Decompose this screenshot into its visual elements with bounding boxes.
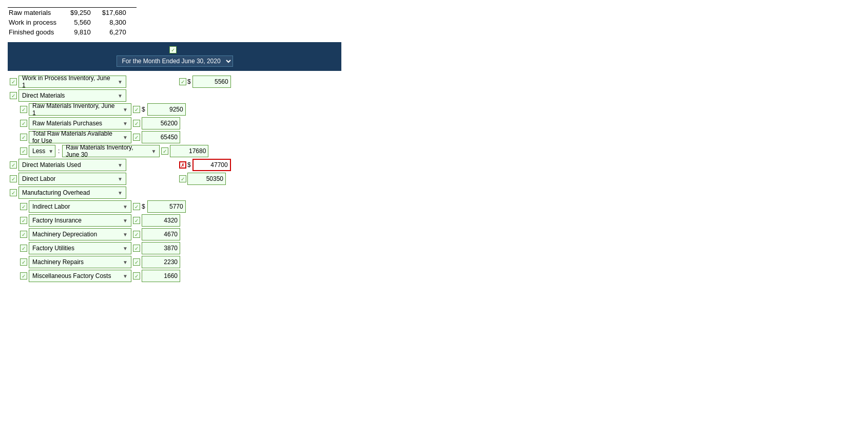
col2-value-dm-used[interactable]: 47700	[192, 159, 231, 171]
check-right1-total-rm[interactable]: ✓	[133, 134, 140, 141]
schedule-row-dm-used: ✓ Direct Materials Used ▼ ✗$47700	[8, 159, 341, 171]
col1-value-rm-purchases[interactable]: 56200	[142, 117, 180, 129]
check-right1-rm-inv-start[interactable]: ✓	[133, 106, 140, 113]
inventory-row: Raw materials $9,250 $17,680	[8, 8, 137, 18]
check-left-wip-start[interactable]: ✓	[10, 78, 17, 85]
schedule-row-mfg-overhead: ✓ Manufacturing Overhead ▼	[8, 187, 341, 199]
inventory-row: Finished goods 9,810 6,270	[8, 27, 137, 37]
check-right2-wip-start[interactable]: ✓	[179, 78, 186, 85]
schedule-row-misc-factory: ✓ Miscellaneous Factory Costs ▼ ✓1660	[8, 270, 341, 282]
col1-value-factory-insurance[interactable]: 4320	[142, 214, 180, 227]
check-right1-indirect-labor[interactable]: ✓	[133, 203, 140, 210]
inv-ending: 8,300	[101, 17, 137, 27]
check-left-mfg-overhead[interactable]: ✓	[10, 189, 17, 196]
schedule-row-factory-utilities: ✓ Factory Utilities ▼ ✓3870	[8, 242, 341, 254]
check-right1-machinery-repairs[interactable]: ✓	[133, 258, 140, 266]
check-left-total-rm[interactable]: ✓	[20, 134, 27, 141]
check-left-rm-purchases[interactable]: ✓	[20, 120, 27, 127]
schedule-row-rm-purchases: ✓ Raw Materials Purchases ▼ ✓56200	[8, 117, 341, 129]
inv-label: Finished goods	[8, 27, 69, 37]
inv-label: Raw materials	[8, 8, 69, 18]
col1-value-indirect-labor[interactable]: 5770	[147, 200, 186, 213]
check-left-dm-used[interactable]: ✓	[10, 161, 17, 169]
schedule-row-direct-labor: ✓ Direct Labor ▼ ✓50350	[8, 173, 341, 185]
check-right2-dm-used[interactable]: ✗	[179, 161, 186, 169]
label-dropdown-machinery-depreciation[interactable]: Machinery Depreciation ▼	[29, 228, 131, 240]
check-right1-factory-insurance[interactable]: ✓	[133, 217, 140, 224]
check-left-direct-materials[interactable]: ✓	[10, 92, 17, 99]
schedule-row-indirect-labor: ✓ Indirect Labor ▼ ✓$5770	[8, 200, 341, 213]
inventory-table: Raw materials $9,250 $17,680 Work in pro…	[8, 5, 137, 37]
schedule-wrapper: ✓ For the Month Ended June 30, 2020 ✓ Wo…	[8, 42, 341, 287]
check-left-factory-utilities[interactable]: ✓	[20, 245, 27, 252]
schedule-row-machinery-depreciation: ✓ Machinery Depreciation ▼ ✓4670	[8, 228, 341, 240]
inv-ending: 6,270	[101, 27, 137, 37]
col2-value-wip-start[interactable]: 5560	[192, 76, 231, 88]
label-dropdown-mfg-overhead[interactable]: Manufacturing Overhead ▼	[18, 187, 126, 199]
check-right1-machinery-depreciation[interactable]: ✓	[133, 231, 140, 238]
inv-beginning: 5,560	[69, 17, 101, 27]
period-select[interactable]: For the Month Ended June 30, 2020	[117, 55, 233, 67]
schedule-row-wip-start: ✓ Work in Process Inventory, June 1 ▼ ✓$…	[8, 76, 341, 88]
col1-value-machinery-depreciation[interactable]: 4670	[142, 228, 180, 240]
col2-value-direct-labor[interactable]: 50350	[187, 173, 226, 185]
label-dropdown-direct-labor[interactable]: Direct Labor ▼	[18, 173, 126, 185]
schedule-row-factory-insurance: ✓ Factory Insurance ▼ ✓4320	[8, 214, 341, 227]
label-dropdown-rm-inv-start[interactable]: Raw Materials Inventory, June 1 ▼	[29, 103, 131, 116]
check-right1-less-rm[interactable]: ✓	[161, 147, 168, 155]
label-dropdown-machinery-repairs[interactable]: Machinery Repairs ▼	[29, 256, 131, 268]
schedule-row-rm-inv-start: ✓ Raw Materials Inventory, June 1 ▼ ✓$92…	[8, 103, 341, 116]
schedule-row-direct-materials: ✓ Direct Materials ▼	[8, 89, 341, 102]
check-left-rm-inv-start[interactable]: ✓	[20, 106, 27, 113]
check-right1-rm-purchases[interactable]: ✓	[133, 120, 140, 127]
label-dropdown-total-rm[interactable]: Total Raw Materials Available for Use ▼	[29, 131, 131, 143]
inv-label: Work in process	[8, 17, 69, 27]
check-left-misc-factory[interactable]: ✓	[20, 272, 27, 280]
label-dropdown-wip-start[interactable]: Work in Process Inventory, June 1 ▼	[18, 76, 126, 88]
col1-value-rm-inv-start[interactable]: 9250	[147, 103, 186, 116]
col1-value-misc-factory[interactable]: 1660	[142, 270, 180, 282]
check-left-factory-insurance[interactable]: ✓	[20, 217, 27, 224]
label-dropdown-misc-factory[interactable]: Miscellaneous Factory Costs ▼	[29, 270, 131, 282]
schedule-header: ✓ For the Month Ended June 30, 2020	[8, 42, 341, 71]
inv-beginning: 9,810	[69, 27, 101, 37]
check-left-less-rm[interactable]: ✓	[20, 147, 27, 155]
title-checkbox[interactable]: ✓	[169, 46, 177, 53]
check-left-direct-labor[interactable]: ✓	[10, 175, 17, 182]
col1-value-factory-utilities[interactable]: 3870	[142, 242, 180, 254]
check-left-machinery-repairs[interactable]: ✓	[20, 258, 27, 266]
inventory-row: Work in process 5,560 8,300	[8, 17, 137, 27]
col1-value-machinery-repairs[interactable]: 2230	[142, 256, 180, 268]
dollar2-dm-used: $	[187, 161, 191, 169]
check-right2-direct-labor[interactable]: ✓	[179, 175, 186, 182]
col1-value-less-rm[interactable]: 17680	[170, 145, 208, 157]
label-dropdown-dm-used[interactable]: Direct Materials Used ▼	[18, 159, 126, 171]
label-dropdown-rm-purchases[interactable]: Raw Materials Purchases ▼	[29, 117, 131, 129]
schedule-row-machinery-repairs: ✓ Machinery Repairs ▼ ✓2230	[8, 256, 341, 268]
dollar1-indirect-labor: $	[142, 203, 145, 210]
check-left-indirect-labor[interactable]: ✓	[20, 203, 27, 210]
col1-value-total-rm[interactable]: 65450	[142, 131, 180, 143]
check-right1-misc-factory[interactable]: ✓	[133, 272, 140, 280]
dollar2-wip-start: $	[187, 78, 191, 85]
label-dropdown-direct-materials[interactable]: Direct Materials ▼	[18, 89, 126, 102]
label-dropdown-indirect-labor[interactable]: Indirect Labor ▼	[29, 200, 131, 213]
label-dropdown-factory-insurance[interactable]: Factory Insurance ▼	[29, 214, 131, 227]
label-dropdown-factory-utilities[interactable]: Factory Utilities ▼	[29, 242, 131, 254]
inv-ending: $17,680	[101, 8, 137, 18]
check-left-machinery-depreciation[interactable]: ✓	[20, 231, 27, 238]
inv-beginning: $9,250	[69, 8, 101, 18]
less-dropdown-less-rm[interactable]: Less ▼	[29, 145, 55, 157]
label-dropdown-less-rm[interactable]: Raw Materials Inventory, June 30 ▼	[62, 145, 160, 157]
schedule-body: ✓ Work in Process Inventory, June 1 ▼ ✓$…	[8, 71, 341, 287]
schedule-row-total-rm: ✓ Total Raw Materials Available for Use …	[8, 131, 341, 143]
schedule-row-less-rm: ✓ Less ▼ : Raw Materials Inventory, June…	[8, 145, 341, 157]
check-right1-factory-utilities[interactable]: ✓	[133, 245, 140, 252]
dollar1-rm-inv-start: $	[142, 106, 145, 113]
